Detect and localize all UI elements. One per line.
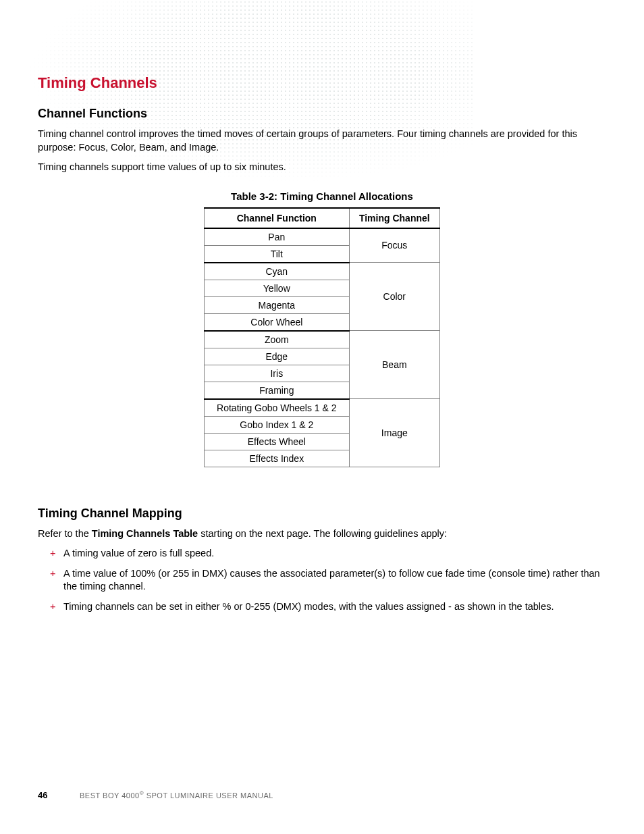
mapping-intro: Refer to the Timing Channels Table start…: [38, 527, 606, 541]
table-header-function: Channel Function: [205, 208, 350, 228]
table-row: Rotating Gobo Wheels 1 & 2 Image: [205, 399, 440, 417]
cell-function: Magenta: [205, 296, 350, 313]
cell-function: Rotating Gobo Wheels 1 & 2: [205, 399, 350, 417]
cell-function: Zoom: [205, 331, 350, 348]
mapping-intro-bold: Timing Channels Table: [92, 528, 198, 539]
cell-function: Yellow: [205, 280, 350, 296]
mapping-intro-prefix: Refer to the: [38, 528, 92, 539]
cell-function: Tilt: [205, 245, 350, 263]
mapping-heading: Timing Channel Mapping: [38, 506, 606, 521]
cell-function: Pan: [205, 228, 350, 246]
cell-timing: Image: [349, 399, 439, 467]
channel-functions-p2: Timing channels support time values of u…: [38, 161, 606, 174]
cell-function: Framing: [205, 382, 350, 399]
cell-function: Effects Index: [205, 450, 350, 467]
mapping-intro-suffix: starting on the next page. The following…: [198, 528, 447, 539]
cell-function: Cyan: [205, 263, 350, 280]
table-header-timing: Timing Channel: [349, 208, 439, 228]
page-number: 46: [38, 790, 47, 800]
page-footer: 46 BEST BOY 4000® SPOT LUMINAIRE USER MA…: [38, 790, 606, 800]
cell-function: Edge: [205, 348, 350, 365]
table-row: Zoom Beam: [205, 331, 440, 348]
cell-function: Gobo Index 1 & 2: [205, 416, 350, 433]
table-row: Pan Focus: [205, 228, 440, 246]
cell-timing: Color: [349, 263, 439, 331]
timing-allocations-table: Channel Function Timing Channel Pan Focu…: [204, 207, 440, 467]
list-item: A time value of 100% (or 255 in DMX) cau…: [50, 567, 606, 594]
cell-timing: Focus: [349, 228, 439, 263]
section-title: Timing Channels: [38, 74, 606, 92]
mapping-bullets: A timing value of zero is full speed. A …: [38, 547, 606, 613]
page-content: Timing Channels Channel Functions Timing…: [0, 0, 644, 614]
cell-function: Effects Wheel: [205, 433, 350, 450]
footer-product-suffix: SPOT LUMINAIRE USER MANUAL: [144, 791, 273, 800]
cell-function: Color Wheel: [205, 313, 350, 331]
cell-function: Iris: [205, 365, 350, 382]
channel-functions-p1: Timing channel control improves the time…: [38, 128, 606, 154]
list-item: A timing value of zero is full speed.: [50, 547, 606, 561]
channel-functions-heading: Channel Functions: [38, 107, 606, 121]
cell-timing: Beam: [349, 331, 439, 399]
table-row: Cyan Color: [205, 263, 440, 280]
table-caption: Table 3-2: Timing Channel Allocations: [38, 190, 606, 202]
footer-product-prefix: BEST BOY 4000: [80, 791, 140, 800]
list-item: Timing channels can be set in either % o…: [50, 600, 606, 614]
